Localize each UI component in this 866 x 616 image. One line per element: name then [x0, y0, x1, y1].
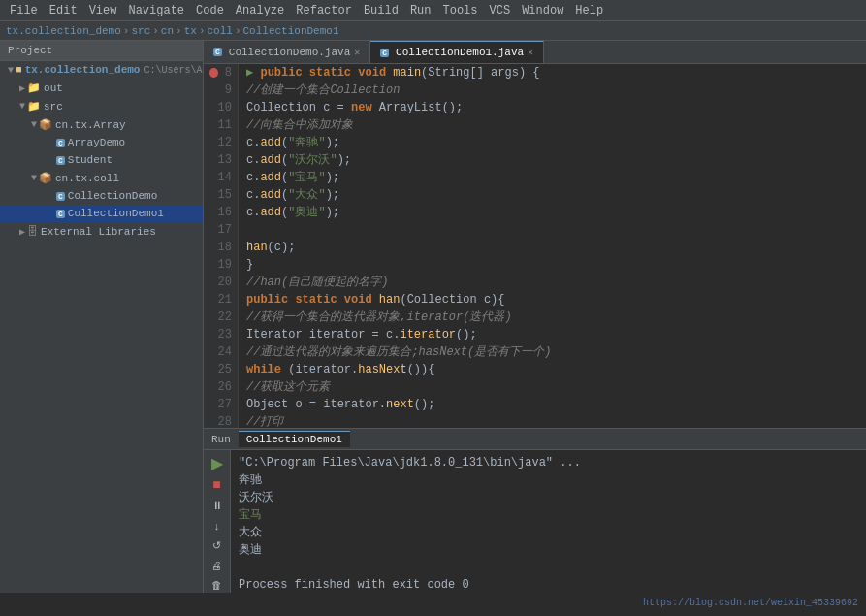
gutter-12: 12 [209, 134, 232, 151]
sidebar-item-student[interactable]: C Student [0, 151, 203, 169]
menu-code[interactable]: Code [190, 2, 230, 19]
run-arrow-icon: ▶ [246, 66, 260, 80]
breadcrumb: tx.collection_demo › src › cn › tx › col… [0, 21, 866, 41]
run-panel: Run CollectionDemo1 ▶ ■ ⏸ ↓ ↺ 🖨 🗑 "C:\Pr… [204, 428, 866, 593]
code-line-8: ▶ public static void main(String[] args)… [246, 64, 858, 81]
gutter-21: 21 [209, 291, 232, 308]
sidebar-item-collectiondemo[interactable]: C CollectionDemo [0, 187, 203, 205]
sidebar-item-cn-tx-coll[interactable]: ▼ 📦 cn.tx.coll [0, 169, 203, 187]
package-label: cn.tx.coll [55, 173, 119, 184]
run-print-button[interactable]: 🖨 [207, 558, 228, 573]
gutter-20: 20 [209, 274, 232, 291]
code-line-23: Iterator iterator = c.iterator(); [246, 326, 858, 343]
sidebar-tree: ▼ ■ tx.collection_demo C:\Users\Administ… [0, 61, 203, 593]
class-icon: C [213, 48, 222, 56]
sidebar-item-collectiondemo1[interactable]: C CollectionDemo1 [0, 205, 203, 222]
editor-pane: 8 9 10 11 12 13 14 15 16 17 18 19 20 21 … [204, 64, 866, 428]
menu-build[interactable]: Build [358, 2, 404, 19]
menu-help[interactable]: Help [569, 2, 609, 19]
package-icon: 📦 [39, 172, 52, 184]
breadcrumb-coll[interactable]: coll [207, 25, 232, 37]
sidebar-title: Project [0, 41, 203, 61]
close-icon[interactable]: ✕ [354, 47, 360, 58]
tab-collectiondemo[interactable]: C CollectionDemo.java ✕ [204, 41, 370, 63]
output-line-2: 沃尔沃 [239, 489, 858, 506]
code-line-12: c.add("奔驰"); [246, 134, 858, 151]
breadcrumb-class[interactable]: CollectionDemo1 [243, 25, 339, 37]
run-output: "C:\Program Files\Java\jdk1.8.0_131\bin\… [231, 450, 866, 593]
menu-tools[interactable]: Tools [437, 2, 484, 19]
gutter-9: 9 [209, 81, 232, 99]
code-line-15: c.add("大众"); [246, 186, 858, 204]
code-line-26: //获取这个元素 [246, 378, 858, 396]
tab-label: CollectionDemo1.java [396, 47, 524, 58]
line-numbers: 8 9 10 11 12 13 14 15 16 17 18 19 20 21 … [204, 64, 239, 428]
gutter-19: 19 [209, 256, 232, 274]
class-label: ArrayDemo [68, 137, 125, 148]
menu-refactor[interactable]: Refactor [290, 2, 358, 19]
tab-collectiondemo1[interactable]: C CollectionDemo1.java ✕ [370, 41, 544, 63]
close-icon[interactable]: ✕ [528, 47, 533, 58]
menu-view[interactable]: View [83, 2, 123, 19]
menu-bar: File Edit View Navigate Code Analyze Ref… [0, 0, 866, 21]
folder-icon: 📁 [27, 81, 41, 94]
sidebar-item-project[interactable]: ▼ ■ tx.collection_demo C:\Users\Administ… [0, 61, 203, 79]
gutter-18: 18 [209, 239, 232, 256]
output-line-4: 大众 [239, 524, 858, 541]
gutter-8: 8 [209, 64, 232, 81]
code-line-27: Object o = iterator.next(); [246, 396, 858, 413]
run-active-tab[interactable]: CollectionDemo1 [239, 431, 350, 447]
menu-vcs[interactable]: VCS [484, 2, 517, 19]
expand-arrow-icon: ▼ [31, 173, 37, 183]
menu-run[interactable]: Run [404, 2, 437, 19]
breadcrumb-cn[interactable]: cn [161, 25, 174, 37]
expand-arrow-icon: ▼ [19, 101, 25, 112]
run-play-button[interactable]: ▶ [207, 454, 228, 471]
class-label: CollectionDemo1 [68, 208, 164, 219]
output-line-1: 奔驰 [239, 471, 858, 489]
run-tab-label[interactable]: Run [211, 434, 231, 445]
breadcrumb-src[interactable]: src [131, 25, 150, 37]
run-stop-button[interactable]: ■ [207, 475, 228, 493]
gutter-23: 23 [209, 326, 232, 343]
run-pause-button[interactable]: ⏸ [207, 497, 228, 514]
run-blank [239, 559, 858, 576]
sidebar-item-external-libraries[interactable]: ▶ 🗄 External Libraries [0, 222, 203, 241]
menu-edit[interactable]: Edit [44, 2, 83, 19]
menu-navigate[interactable]: Navigate [122, 2, 190, 19]
folder-icon: 📁 [27, 100, 41, 113]
breadcrumb-project[interactable]: tx.collection_demo [6, 25, 121, 37]
sidebar-item-arraydemo[interactable]: C ArrayDemo [0, 134, 203, 151]
run-step-button[interactable]: ↓ [207, 518, 228, 534]
gutter-24: 24 [209, 343, 232, 361]
code-line-18: han(c); [246, 239, 858, 256]
code-line-14: c.add("宝马"); [246, 169, 858, 186]
gutter-13: 13 [209, 151, 232, 169]
run-body: ▶ ■ ⏸ ↓ ↺ 🖨 🗑 "C:\Program Files\Java\jdk… [204, 450, 866, 593]
code-line-9: //创建一个集合Collection [246, 81, 858, 99]
output-line-5: 奥迪 [239, 541, 858, 559]
menu-analyze[interactable]: Analyze [230, 2, 290, 19]
menu-window[interactable]: Window [516, 2, 569, 19]
code-editor[interactable]: ▶ public static void main(String[] args)… [239, 64, 866, 428]
menu-file[interactable]: File [4, 2, 44, 19]
sidebar-item-cn-tx-array[interactable]: ▼ 📦 cn.tx.Array [0, 115, 203, 134]
run-clear-button[interactable]: 🗑 [207, 577, 228, 593]
package-label: cn.tx.Array [55, 119, 126, 131]
code-line-28: //打印 [246, 413, 858, 428]
sidebar-item-out[interactable]: ▶ 📁 out [0, 79, 203, 97]
expand-arrow-icon: ▶ [19, 82, 25, 94]
run-rerun-button[interactable]: ↺ [207, 537, 228, 554]
breadcrumb-tx[interactable]: tx [184, 25, 197, 37]
sidebar-item-src[interactable]: ▼ 📁 src [0, 97, 203, 115]
class-icon: C [56, 139, 65, 147]
class-label: CollectionDemo [68, 190, 157, 202]
code-line-19: } [246, 256, 858, 274]
main-layout: Project ▼ ■ tx.collection_demo C:\Users\… [0, 41, 866, 593]
exit-message: Process finished with exit code 0 [239, 576, 858, 593]
code-line-17 [246, 221, 858, 239]
code-line-16: c.add("奥迪"); [246, 204, 858, 221]
gutter-28: 28 [209, 413, 232, 428]
code-line-20: //han(自己随便起的名字) [246, 274, 858, 291]
gutter-17: 17 [209, 221, 232, 239]
